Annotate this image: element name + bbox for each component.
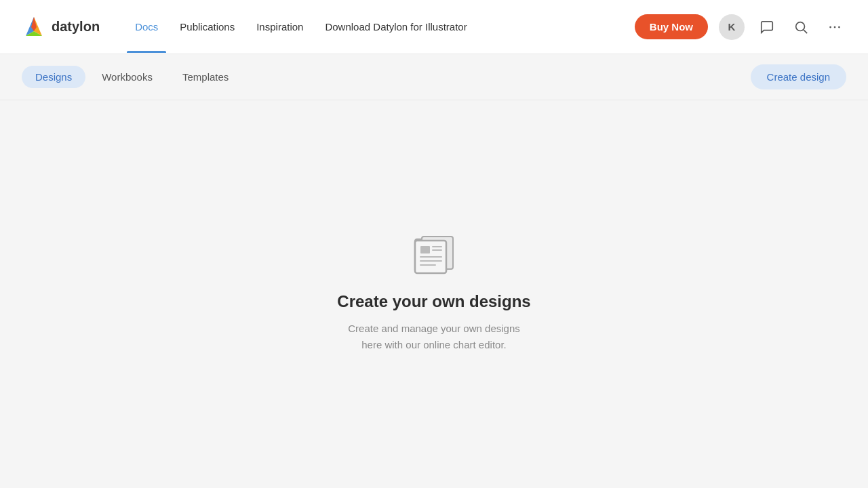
more-options-icon-button[interactable] bbox=[823, 16, 846, 39]
empty-state-icon bbox=[410, 235, 458, 276]
empty-state-description: Create and manage your own designs here … bbox=[339, 321, 529, 353]
svg-rect-15 bbox=[420, 246, 430, 253]
svg-point-1 bbox=[796, 22, 805, 30]
search-icon bbox=[793, 20, 808, 35]
create-design-button[interactable]: Create design bbox=[751, 64, 846, 89]
nav-download[interactable]: Download Datylon for Illustrator bbox=[317, 16, 475, 38]
more-options-icon bbox=[827, 20, 842, 35]
tab-workbooks[interactable]: Workbooks bbox=[88, 66, 166, 88]
tabs-row: Designs Workbooks Templates Create desig… bbox=[0, 54, 868, 100]
tab-designs[interactable]: Designs bbox=[22, 66, 85, 88]
nav-links: Docs Publications Inspiration Download D… bbox=[127, 16, 635, 38]
nav-publications[interactable]: Publications bbox=[172, 16, 243, 38]
empty-state-title: Create your own designs bbox=[337, 292, 530, 311]
navbar: datylon Docs Publications Inspiration Do… bbox=[0, 0, 868, 54]
avatar-button[interactable]: K bbox=[719, 14, 745, 40]
buy-now-button[interactable]: Buy Now bbox=[635, 14, 708, 39]
svg-point-4 bbox=[834, 26, 836, 28]
tabs-left: Designs Workbooks Templates bbox=[22, 66, 751, 88]
chat-icon bbox=[760, 20, 774, 35]
svg-point-3 bbox=[829, 26, 831, 28]
search-icon-button[interactable] bbox=[789, 16, 812, 39]
logo-link[interactable]: datylon bbox=[22, 15, 100, 39]
svg-point-5 bbox=[838, 26, 840, 28]
logo-icon bbox=[22, 15, 46, 39]
brand-name: datylon bbox=[52, 19, 100, 35]
main-content: Create your own designs Create and manag… bbox=[0, 100, 868, 488]
nav-inspiration[interactable]: Inspiration bbox=[248, 16, 311, 38]
nav-docs[interactable]: Docs bbox=[127, 16, 166, 38]
nav-right: Buy Now K bbox=[635, 14, 846, 40]
chat-icon-button[interactable] bbox=[755, 16, 778, 39]
tab-templates[interactable]: Templates bbox=[169, 66, 242, 88]
svg-line-2 bbox=[804, 30, 807, 33]
